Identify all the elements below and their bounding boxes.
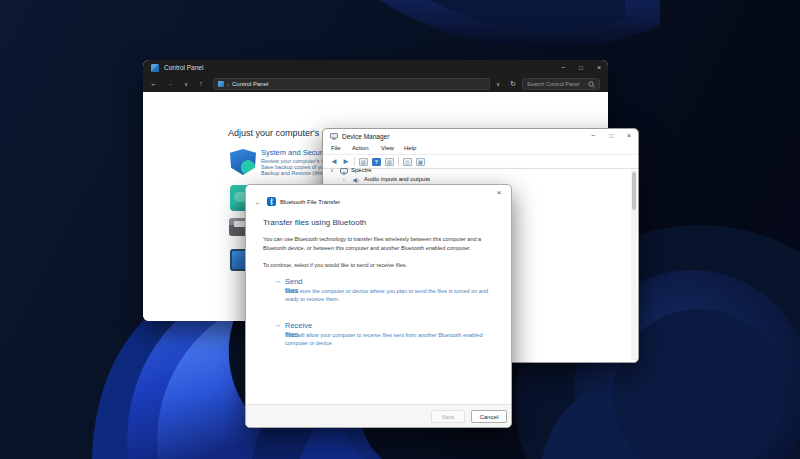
menu-bar: File Action View Help <box>323 143 638 155</box>
device-manager-app-icon <box>330 133 338 140</box>
forward-arrow-icon[interactable]: ► <box>342 157 350 167</box>
dialog-title: Bluetooth File Transfer <box>280 199 340 205</box>
receive-files-description: This will allow your computer to receive… <box>285 332 499 348</box>
menu-view[interactable]: View <box>381 145 394 151</box>
close-icon[interactable]: × <box>493 187 505 199</box>
scan-hardware-icon[interactable]: ▦ <box>416 158 425 166</box>
search-box[interactable] <box>522 78 600 90</box>
back-arrow-icon[interactable]: ◄ <box>330 157 338 167</box>
control-panel-app-icon <box>151 64 159 72</box>
control-panel-titlebar[interactable]: Control Panel − □ × <box>143 60 608 76</box>
list-view-icon[interactable]: ▤ <box>359 158 368 166</box>
maximize-button[interactable]: □ <box>572 60 590 76</box>
forward-icon[interactable]: → <box>164 78 176 90</box>
toolbar-divider <box>354 157 355 166</box>
tree-item-computer[interactable]: ∨ Spectre <box>323 167 638 176</box>
window-title: Control Panel <box>164 64 203 71</box>
send-files-description: Make sure the computer or device where y… <box>285 288 499 304</box>
tree-label: Spectre <box>351 167 372 173</box>
desktop: Control Panel − □ × ← → ∨ ↑ › Control Pa… <box>0 0 800 459</box>
menu-help[interactable]: Help <box>404 145 416 151</box>
next-button[interactable]: Next <box>431 410 465 423</box>
category-system-and-security[interactable]: System and Security <box>261 148 330 157</box>
system-security-icon[interactable] <box>230 149 256 175</box>
continue-paragraph: To continue, select if you would like to… <box>263 261 501 270</box>
close-button[interactable]: × <box>590 60 608 76</box>
speaker-icon <box>353 177 360 184</box>
arrow-right-icon: → <box>274 321 281 328</box>
maximize-button[interactable]: □ <box>602 128 620 144</box>
bluetooth-icon <box>267 197 276 206</box>
refresh-icon[interactable]: ↻ <box>507 78 519 90</box>
search-input[interactable] <box>527 81 588 87</box>
properties-icon[interactable]: ▤ <box>385 158 394 166</box>
control-panel-chrome: Control Panel − □ × ← → ∨ ↑ › Control Pa… <box>143 60 608 92</box>
cancel-button[interactable]: Cancel <box>471 410 507 423</box>
close-button[interactable]: × <box>620 128 638 144</box>
menu-file[interactable]: File <box>331 145 341 151</box>
breadcrumb-location[interactable]: Control Panel <box>232 81 268 87</box>
expander-icon[interactable]: ∨ <box>330 167 334 173</box>
help-icon[interactable]: ? <box>372 158 381 166</box>
breadcrumb-chevron-icon: › <box>227 81 229 87</box>
minimize-button[interactable]: − <box>584 128 602 144</box>
print-icon[interactable]: ⎙ <box>403 158 412 166</box>
arrow-right-icon: → <box>274 277 281 284</box>
main-instruction: Transfer files using Bluetooth <box>263 218 366 227</box>
expander-icon[interactable]: › <box>343 176 345 182</box>
back-icon[interactable]: ← <box>254 198 262 207</box>
intro-paragraph: You can use Bluetooth technology to tran… <box>263 235 501 252</box>
window-title: Device Manager <box>342 133 389 140</box>
bluetooth-file-transfer-dialog: × ← Bluetooth File Transfer Transfer fil… <box>245 184 512 428</box>
menu-action[interactable]: Action <box>352 145 369 151</box>
breadcrumb[interactable]: › Control Panel <box>213 78 490 90</box>
computer-icon <box>340 168 348 175</box>
dialog-footer: Next Cancel <box>246 404 511 427</box>
location-icon <box>218 81 224 87</box>
scrollbar-thumb[interactable] <box>632 172 636 210</box>
device-manager-titlebar[interactable]: Device Manager − □ × <box>323 129 638 143</box>
address-dropdown-icon[interactable]: ∨ <box>492 78 504 90</box>
toolbar-divider <box>398 157 399 166</box>
recent-locations-icon[interactable]: ∨ <box>180 78 192 90</box>
up-icon[interactable]: ↑ <box>195 78 207 90</box>
tree-label: Audio inputs and outputs <box>364 176 430 182</box>
search-icon <box>588 81 595 88</box>
address-bar: ← → ∨ ↑ › Control Panel ∨ ↻ <box>143 76 608 92</box>
back-icon[interactable]: ← <box>148 78 160 90</box>
vertical-scrollbar[interactable] <box>631 170 637 360</box>
minimize-button[interactable]: − <box>554 60 572 76</box>
